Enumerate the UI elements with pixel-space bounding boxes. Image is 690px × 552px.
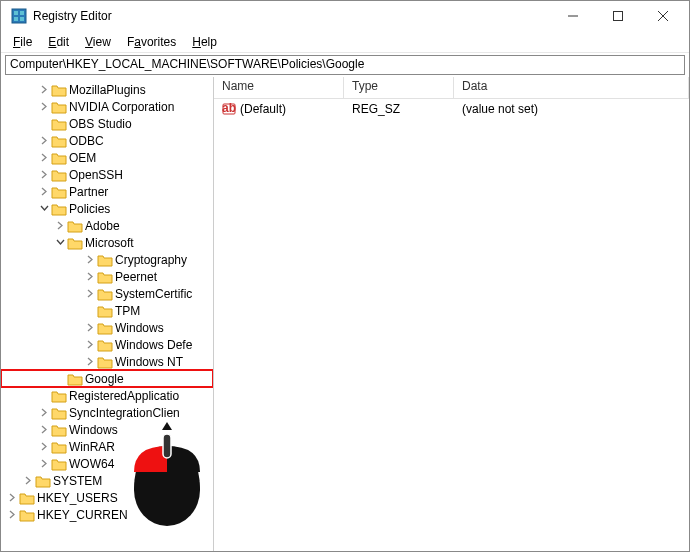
menu-file[interactable]: File xyxy=(5,33,40,51)
tree-node-hkeyusers[interactable]: HKEY_USERS xyxy=(1,489,213,506)
tree-node-adobe[interactable]: Adobe xyxy=(1,217,213,234)
string-value-icon: ab xyxy=(222,102,236,116)
chevron-right-icon[interactable] xyxy=(37,408,51,417)
folder-icon xyxy=(67,372,83,386)
tree-node-partner[interactable]: Partner xyxy=(1,183,213,200)
folder-icon xyxy=(97,355,113,369)
tree-node-oem[interactable]: OEM xyxy=(1,149,213,166)
tree-node-peernet[interactable]: Peernet xyxy=(1,268,213,285)
tree-node-obs[interactable]: OBS Studio xyxy=(1,115,213,132)
list-header: Name Type Data xyxy=(214,77,689,99)
list-pane[interactable]: Name Type Data ab (Default) REG_SZ (valu… xyxy=(214,77,689,551)
svg-rect-6 xyxy=(613,12,622,21)
folder-icon xyxy=(51,423,67,437)
value-type: REG_SZ xyxy=(344,102,454,116)
tree-node-tpm[interactable]: TPM xyxy=(1,302,213,319)
menu-view[interactable]: View xyxy=(77,33,119,51)
folder-icon xyxy=(97,338,113,352)
window-title: Registry Editor xyxy=(33,9,550,23)
tree-node-windows[interactable]: Windows xyxy=(1,319,213,336)
folder-icon xyxy=(97,270,113,284)
chevron-right-icon[interactable] xyxy=(37,170,51,179)
svg-text:ab: ab xyxy=(222,102,236,115)
chevron-right-icon[interactable] xyxy=(83,340,97,349)
chevron-down-icon[interactable] xyxy=(37,204,51,213)
tree-node-system[interactable]: SYSTEM xyxy=(1,472,213,489)
address-bar[interactable]: Computer\HKEY_LOCAL_MACHINE\SOFTWARE\Pol… xyxy=(5,55,685,75)
folder-icon xyxy=(51,185,67,199)
value-name: (Default) xyxy=(240,102,286,116)
chevron-right-icon[interactable] xyxy=(5,510,19,519)
tree-pane[interactable]: MozillaPlugins NVIDIA Corporation OBS St… xyxy=(1,77,214,551)
folder-icon xyxy=(51,83,67,97)
folder-icon xyxy=(51,117,67,131)
column-header-type[interactable]: Type xyxy=(344,77,454,98)
chevron-right-icon[interactable] xyxy=(37,459,51,468)
chevron-right-icon[interactable] xyxy=(21,476,35,485)
menu-favorites[interactable]: Favorites xyxy=(119,33,184,51)
folder-icon xyxy=(97,321,113,335)
chevron-right-icon[interactable] xyxy=(37,442,51,451)
list-row[interactable]: ab (Default) REG_SZ (value not set) xyxy=(214,99,689,119)
chevron-right-icon[interactable] xyxy=(83,357,97,366)
chevron-right-icon[interactable] xyxy=(37,85,51,94)
folder-icon xyxy=(51,168,67,182)
folder-icon xyxy=(51,457,67,471)
folder-icon xyxy=(51,134,67,148)
chevron-right-icon[interactable] xyxy=(5,493,19,502)
menu-edit[interactable]: Edit xyxy=(40,33,77,51)
chevron-right-icon[interactable] xyxy=(83,255,97,264)
folder-icon xyxy=(51,202,67,216)
tree-node-systemcert[interactable]: SystemCertific xyxy=(1,285,213,302)
menu-help[interactable]: Help xyxy=(184,33,225,51)
svg-rect-3 xyxy=(14,17,18,21)
maximize-button[interactable] xyxy=(595,1,640,31)
minimize-button[interactable] xyxy=(550,1,595,31)
chevron-right-icon[interactable] xyxy=(83,272,97,281)
tree-node-mozillaplugins[interactable]: MozillaPlugins xyxy=(1,81,213,98)
svg-rect-1 xyxy=(14,11,18,15)
folder-icon xyxy=(97,304,113,318)
tree-node-hkeycurrent[interactable]: HKEY_CURREN xyxy=(1,506,213,523)
tree-node-windowsdefe[interactable]: Windows Defe xyxy=(1,336,213,353)
folder-icon xyxy=(35,474,51,488)
tree-node-windowsnt[interactable]: Windows NT xyxy=(1,353,213,370)
tree-node-policies[interactable]: Policies xyxy=(1,200,213,217)
tree-node-google-selected[interactable]: Google xyxy=(1,370,213,387)
svg-rect-4 xyxy=(20,17,24,21)
folder-icon xyxy=(67,236,83,250)
chevron-right-icon[interactable] xyxy=(83,323,97,332)
folder-icon xyxy=(51,151,67,165)
close-button[interactable] xyxy=(640,1,685,31)
svg-rect-2 xyxy=(20,11,24,15)
folder-icon xyxy=(97,253,113,267)
folder-icon xyxy=(51,406,67,420)
column-header-data[interactable]: Data xyxy=(454,77,689,98)
tree-node-syncintegration[interactable]: SyncIntegrationClien xyxy=(1,404,213,421)
chevron-right-icon[interactable] xyxy=(37,153,51,162)
registry-editor-window: Registry Editor File Edit View Favorites… xyxy=(0,0,690,552)
chevron-right-icon[interactable] xyxy=(37,187,51,196)
folder-icon xyxy=(67,219,83,233)
tree-node-wow64[interactable]: WOW64 xyxy=(1,455,213,472)
chevron-right-icon[interactable] xyxy=(37,136,51,145)
tree-node-openssh[interactable]: OpenSSH xyxy=(1,166,213,183)
chevron-right-icon[interactable] xyxy=(37,425,51,434)
folder-icon xyxy=(97,287,113,301)
column-header-name[interactable]: Name xyxy=(214,77,344,98)
tree-node-windows2[interactable]: Windows xyxy=(1,421,213,438)
app-icon xyxy=(11,8,27,24)
chevron-right-icon[interactable] xyxy=(37,102,51,111)
chevron-right-icon[interactable] xyxy=(53,221,67,230)
chevron-right-icon[interactable] xyxy=(83,289,97,298)
tree-node-winrar[interactable]: WinRAR xyxy=(1,438,213,455)
tree-node-registeredapp[interactable]: RegisteredApplicatio xyxy=(1,387,213,404)
tree-node-microsoft[interactable]: Microsoft xyxy=(1,234,213,251)
chevron-down-icon[interactable] xyxy=(53,238,67,247)
folder-icon xyxy=(51,440,67,454)
titlebar: Registry Editor xyxy=(1,1,689,31)
tree-node-odbc[interactable]: ODBC xyxy=(1,132,213,149)
tree-node-nvidia[interactable]: NVIDIA Corporation xyxy=(1,98,213,115)
tree-node-cryptography[interactable]: Cryptography xyxy=(1,251,213,268)
folder-icon xyxy=(19,508,35,522)
